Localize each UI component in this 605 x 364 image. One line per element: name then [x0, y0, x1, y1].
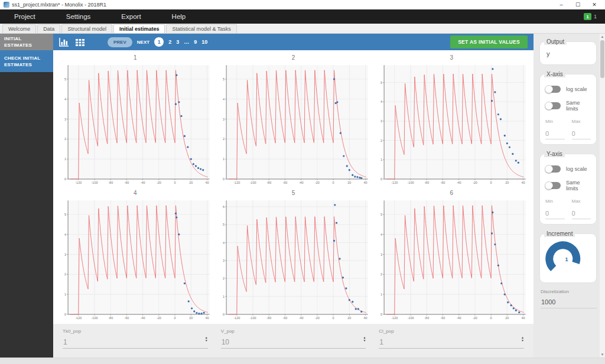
svg-text:-120: -120 — [233, 181, 240, 184]
next-button[interactable]: NEXT — [137, 40, 149, 45]
page-2[interactable]: 2 — [168, 39, 171, 45]
svg-text:40: 40 — [205, 181, 209, 184]
observation-point — [515, 160, 517, 161]
page-10[interactable]: 10 — [201, 39, 207, 45]
observation-point — [348, 169, 350, 171]
notification-area[interactable]: 1 1 — [584, 13, 597, 20]
menu-export[interactable]: Export — [113, 13, 149, 20]
x-same-limits-toggle[interactable] — [545, 102, 561, 109]
increment-label: Increment — [544, 230, 575, 237]
svg-text:3: 3 — [223, 118, 225, 121]
param-cl-pop-input[interactable] — [379, 337, 524, 349]
notification-count: 1 — [594, 14, 597, 20]
scroll-down-icon[interactable]: ▼ — [600, 352, 605, 358]
observation-point — [507, 301, 509, 303]
svg-text:-100: -100 — [408, 181, 414, 184]
svg-text:2: 2 — [380, 272, 382, 276]
svg-text:-100: -100 — [249, 181, 256, 184]
discretization-input[interactable] — [541, 298, 597, 308]
param-tk0-pop-stepper[interactable]: ▲▼ — [205, 336, 208, 342]
observation-point — [491, 232, 493, 234]
svg-text:-20: -20 — [157, 181, 161, 184]
y-max-input[interactable] — [572, 210, 591, 219]
increment-dial[interactable]: 1 — [545, 240, 581, 277]
param-v-pop-stepper[interactable]: ▲▼ — [363, 336, 366, 342]
x-log-scale-toggle[interactable] — [545, 86, 561, 93]
close-button[interactable]: ✕ — [586, 2, 603, 8]
subplot-6: 6-120-100-80-60-40-2002040012345 — [374, 188, 529, 323]
scrollbar-thumb[interactable] — [600, 40, 604, 78]
observation-point — [195, 165, 197, 167]
observation-point — [178, 101, 180, 103]
minimize-button[interactable]: – — [553, 2, 570, 8]
svg-text:-60: -60 — [441, 316, 445, 320]
observation-point — [178, 233, 180, 235]
notification-icon[interactable]: 1 — [584, 13, 591, 20]
scroll-up-icon[interactable]: ▲ — [600, 34, 605, 40]
y-log-scale-toggle[interactable] — [545, 165, 561, 173]
svg-text:0: 0 — [332, 316, 334, 320]
y-same-limits-label: Same limits — [566, 180, 591, 191]
param-cl-pop-stepper[interactable]: ▲▼ — [521, 336, 524, 342]
svg-text:-60: -60 — [282, 181, 287, 184]
grid-icon[interactable] — [75, 38, 85, 47]
menu-settings[interactable]: Settings — [58, 13, 99, 20]
svg-text:20: 20 — [189, 316, 193, 320]
observation-point — [191, 307, 193, 309]
tab-data[interactable]: Data — [37, 24, 60, 33]
svg-text:0: 0 — [64, 312, 66, 316]
svg-text:5: 5 — [223, 223, 225, 226]
subplot-canvas: -120-100-80-60-40-2002040012345 — [374, 197, 529, 323]
page-3[interactable]: 3 — [176, 39, 179, 45]
menu-help[interactable]: Help — [164, 13, 194, 20]
svg-text:-80: -80 — [425, 181, 430, 184]
tab-welcome[interactable]: Welcome — [2, 24, 36, 33]
svg-text:20: 20 — [506, 181, 509, 184]
x-max-label: Max — [572, 119, 591, 124]
observation-point — [334, 102, 336, 104]
maximize-button[interactable]: ☐ — [570, 2, 586, 8]
observation-point — [497, 113, 499, 115]
tab-statistical-model-tasks[interactable]: Statistical model & Tasks — [166, 24, 236, 33]
observation-point — [513, 307, 515, 309]
svg-text:40: 40 — [205, 316, 209, 320]
panel-scrollbar[interactable]: ▲ ▼ — [600, 34, 605, 358]
subplot-4: 4-120-100-80-60-40-2002040012345 — [58, 188, 213, 323]
prev-button[interactable]: PREV — [108, 37, 132, 47]
output-value[interactable]: y — [545, 49, 591, 60]
svg-text:0: 0 — [174, 316, 176, 320]
svg-text:2: 2 — [223, 277, 225, 280]
page-1[interactable]: 1 — [154, 37, 164, 47]
svg-text:2: 2 — [64, 272, 66, 276]
observation-point — [359, 177, 360, 178]
increment-card: 1 — [539, 233, 597, 283]
page-ellipsis: … — [184, 39, 189, 45]
svg-text:-60: -60 — [124, 181, 129, 184]
increment-group: Increment 1 — [539, 230, 597, 283]
y-same-limits-toggle[interactable] — [545, 182, 561, 189]
param-label: Cl_pop — [379, 329, 524, 334]
output-group: Output y — [539, 38, 597, 65]
y-min-label: Min — [545, 199, 565, 204]
menu-project[interactable]: Project — [6, 13, 44, 20]
x-log-scale-label: log scale — [566, 86, 587, 92]
param-tk0-pop-input[interactable] — [63, 337, 208, 349]
sidebar-item-initial-estimates[interactable]: INITIAL ESTIMATES — [0, 34, 53, 50]
set-as-initial-values-button[interactable]: SET AS INITIAL VALUES — [450, 35, 528, 48]
x-min-input[interactable] — [545, 130, 565, 139]
y-max-label: Max — [572, 199, 591, 204]
tab-initial-estimates[interactable]: Initial estimates — [113, 24, 165, 33]
tab-structural-model[interactable]: Structural model — [61, 24, 112, 33]
param-v-pop-input[interactable] — [221, 337, 366, 349]
param-label: V_pop — [221, 329, 366, 334]
x-max-input[interactable] — [572, 130, 591, 139]
observation-point — [180, 115, 182, 117]
y-min-input[interactable] — [545, 210, 565, 219]
chart-icon[interactable] — [59, 38, 69, 47]
sidebar-item-check-initial-estimates[interactable]: CHECK INITIAL ESTIMATES — [0, 50, 53, 72]
page-9[interactable]: 9 — [194, 39, 197, 45]
svg-text:0: 0 — [490, 316, 492, 320]
param-cl-pop: Cl_pop ▲▼ — [379, 329, 524, 358]
subplot-2: 2-120-100-80-60-40-2002040012345 — [216, 53, 371, 188]
svg-text:4: 4 — [64, 98, 66, 101]
